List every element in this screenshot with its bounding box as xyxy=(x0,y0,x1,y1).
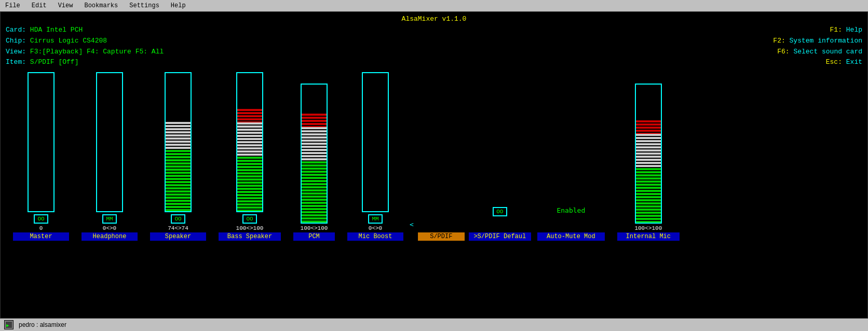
info-left: Card: HDA Intel PCH Chip: Cirrus Logic C… xyxy=(6,25,164,68)
master-fader[interactable] xyxy=(28,72,55,212)
menu-view[interactable]: View xyxy=(55,1,76,10)
channel-spdif[interactable]: S/PDIF xyxy=(418,91,465,241)
f6-val: Select sound card xyxy=(793,48,862,56)
headphone-fader[interactable] xyxy=(96,72,123,212)
menu-edit[interactable]: Edit xyxy=(29,1,50,10)
spdif-label: S/PDIF xyxy=(418,232,465,241)
item-label: Item: xyxy=(6,58,26,66)
statusbar-icon: ▶ xyxy=(4,320,13,329)
statusbar-text: pedro : alsamixer xyxy=(19,321,66,328)
terminal-area: AlsaMixer v1.1.0 Card: HDA Intel PCH Chi… xyxy=(0,11,868,319)
view-label: View: xyxy=(6,48,26,56)
info-section: Card: HDA Intel PCH Chip: Cirrus Logic C… xyxy=(1,25,867,68)
view-value: F3:[Playback] F4: Capture F5: All xyxy=(30,48,164,56)
terminal-icon: ▶ xyxy=(6,322,12,328)
shortcut-f6: F6: Select sound card xyxy=(773,47,862,58)
pcm-numeric-value: 100<>100 xyxy=(301,225,328,231)
bass-speaker-value-box: OO xyxy=(242,214,257,224)
f2-val: System information xyxy=(790,37,862,45)
mic-boost-label: Mic Boost xyxy=(347,232,403,241)
menu-bookmarks[interactable]: Bookmarks xyxy=(81,1,121,10)
chip-value: Cirrus Logic CS4208 xyxy=(30,37,107,45)
pcm-fader[interactable] xyxy=(301,84,328,224)
channel-speaker[interactable]: OO 74<>74 Speaker xyxy=(150,72,206,241)
shortcut-esc: Esc: Exit xyxy=(773,57,862,68)
headphone-label: Headphone xyxy=(82,232,138,241)
bass-speaker-label: Bass Speaker xyxy=(219,232,281,241)
channel-internal-mic[interactable]: 100<>100 Internal Mic xyxy=(617,84,680,241)
menu-help[interactable]: Help xyxy=(168,1,189,10)
f1-key: F1: xyxy=(830,26,842,34)
master-numeric-value: 0 xyxy=(39,225,43,231)
channel-auto-mute[interactable]: Enabled Auto-Mute Mod xyxy=(537,206,605,241)
info-right: F1: Help F2: System information F6: Sele… xyxy=(773,25,862,68)
internal-mic-fader[interactable] xyxy=(635,84,662,224)
mic-boost-fader[interactable] xyxy=(362,72,389,212)
speaker-value-box: OO xyxy=(171,214,185,224)
svg-text:▶: ▶ xyxy=(6,323,9,328)
app-title: AlsaMixer v1.1.0 xyxy=(1,12,867,25)
esc-key: Esc: xyxy=(826,58,842,66)
channel-master[interactable]: OO 0 Master xyxy=(13,72,69,241)
channel-headphone[interactable]: MM 0<>0 Headphone xyxy=(82,72,138,241)
bass-speaker-fader[interactable] xyxy=(236,72,263,212)
auto-mute-enabled: Enabled xyxy=(557,206,585,214)
master-label: Master xyxy=(13,232,69,241)
channel-bass-speaker[interactable]: OO 100<>100 Bass Speaker xyxy=(219,72,281,241)
channel-mic-boost[interactable]: MM 0<>0 Mic Boost xyxy=(347,72,403,241)
internal-mic-label: Internal Mic xyxy=(617,232,680,241)
card-label: Card: xyxy=(6,26,26,34)
menubar: File Edit View Bookmarks Settings Help xyxy=(0,0,868,11)
auto-mute-label: Auto-Mute Mod xyxy=(537,232,605,241)
pcm-label: PCM xyxy=(293,232,335,241)
spdif-arrow: < xyxy=(410,220,414,228)
mic-boost-numeric-value: 0<>0 xyxy=(369,225,382,231)
master-value-box: OO xyxy=(34,214,48,224)
esc-val: Exit xyxy=(846,58,862,66)
spdif-default-label: >S/PDIF Defaul xyxy=(469,232,531,241)
menu-settings[interactable]: Settings xyxy=(126,1,162,10)
chip-label: Chip: xyxy=(6,37,26,45)
item-info: Item: S/PDIF [Off] xyxy=(6,57,164,68)
speaker-numeric-value: 74<>74 xyxy=(168,225,188,231)
card-info: Card: HDA Intel PCH xyxy=(6,25,164,36)
headphone-value-box: MM xyxy=(102,214,117,224)
card-value: HDA Intel PCH xyxy=(30,26,83,34)
view-info: View: F3:[Playback] F4: Capture F5: All xyxy=(6,47,164,58)
shortcut-f1: F1: Help xyxy=(773,25,862,36)
mic-boost-value-box: MM xyxy=(368,214,383,224)
channels-row: OO 0 Master MM 0<>0 Headphone OO 74<>74 … xyxy=(1,68,867,241)
headphone-numeric-value: 0<>0 xyxy=(103,225,116,231)
channel-spdif-default[interactable]: OO >S/PDIF Defaul xyxy=(469,205,531,241)
spdif-default-value-box: OO xyxy=(493,207,507,216)
f6-key: F6: xyxy=(777,48,789,56)
statusbar: ▶ pedro : alsamixer xyxy=(0,319,868,331)
internal-mic-numeric-value: 100<>100 xyxy=(634,225,662,231)
chip-info: Chip: Cirrus Logic CS4208 xyxy=(6,36,164,47)
menu-file[interactable]: File xyxy=(2,1,23,10)
speaker-fader[interactable] xyxy=(165,72,192,212)
speaker-label: Speaker xyxy=(150,232,206,241)
item-value: S/PDIF [Off] xyxy=(30,58,79,66)
f2-key: F2: xyxy=(773,37,785,45)
f1-val: Help xyxy=(846,26,862,34)
shortcut-f2: F2: System information xyxy=(773,36,862,47)
bass-speaker-numeric-value: 100<>100 xyxy=(236,225,264,231)
channel-pcm[interactable]: 100<>100 PCM xyxy=(293,84,335,241)
